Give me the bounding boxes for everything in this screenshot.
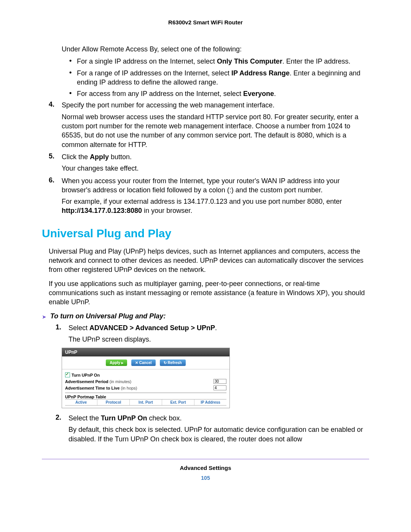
bullet-dot-icon: • [69, 69, 77, 87]
bold-text: Turn UPnP On [101, 414, 147, 422]
text: Click the [62, 153, 90, 161]
text: For example, if your external address is… [62, 198, 342, 205]
step-number: 1. [56, 323, 68, 332]
portmap-table-header: Active Protocol Int. Port Ext. Port IP A… [65, 399, 226, 406]
text: . [215, 324, 217, 332]
step-number: 4. [49, 101, 62, 110]
turn-upnp-on-row: Turn UPnP On [65, 372, 226, 378]
numbered-step: 1. Select ADVANCED > Advanced Setup > UP… [49, 323, 369, 332]
checkbox-label: Turn UPnP On [72, 373, 100, 377]
step-text: Specify the port number for accessing th… [62, 101, 369, 110]
bold-text: Everyone [243, 90, 274, 97]
arrow-icon: ➤ [42, 314, 46, 320]
step-number: 2. [56, 414, 68, 423]
text: Select [68, 324, 89, 332]
adv-period-row: Advertisement Period (in minutes) 30 [65, 378, 226, 385]
apply-button[interactable]: Apply ▸ [106, 359, 127, 366]
text: For a single IP address on the Internet,… [77, 58, 217, 65]
col-active: Active [65, 399, 97, 405]
step-paragraph: For example, if your external address is… [62, 197, 369, 216]
panel-title: UPnP [62, 348, 229, 356]
numbered-step: 4. Specify the port number for accessing… [42, 101, 369, 110]
bold-text: ADVANCED > Advanced Setup > UPnP [89, 324, 215, 332]
bold-text: Apply [90, 153, 109, 161]
text: . Enter the IP address. [282, 58, 350, 65]
text: . [274, 90, 276, 97]
step-paragraph: Normal web browser access uses the stand… [62, 112, 369, 149]
text: Select the [68, 414, 101, 422]
text: in your browser. [142, 207, 192, 214]
bullet-item: • For access from any IP address on the … [69, 89, 369, 98]
bold-text: http://134.177.0.123:8080 [62, 207, 142, 214]
text: For access from any IP address on the In… [77, 90, 243, 97]
step-paragraph: By default, this check box is selected. … [68, 425, 369, 444]
section-paragraph: If you use applications such as multipla… [49, 279, 369, 307]
step-paragraph: The UPnP screen displays. [68, 335, 369, 344]
bold-text: Only This Computer [217, 58, 282, 65]
step-number: 5. [49, 152, 62, 161]
section-paragraph: Universal Plug and Play (UPnP) helps dev… [49, 247, 369, 275]
col-protocol: Protocol [97, 399, 130, 405]
portmap-table-label: UPnP Portmap Table [65, 393, 226, 399]
section-heading: Universal Plug and Play [42, 227, 369, 240]
refresh-button[interactable]: ↻ Refresh [160, 359, 186, 366]
page-number: 105 [42, 475, 369, 481]
col-int-port: Int. Port [130, 399, 162, 405]
text: button. [109, 153, 132, 161]
field-unit: (in hops) [121, 386, 137, 390]
intro-text: Under Allow Remote Access By, select one… [62, 45, 369, 54]
button-row: Apply ▸ ✕ Cancel ↻ Refresh [62, 356, 229, 369]
field-unit: (in minutes) [110, 379, 131, 384]
numbered-step: 5. Click the Apply button. [42, 152, 369, 161]
col-ext-port: Ext. Port [162, 399, 194, 405]
numbered-step: 2. Select the Turn UPnP On check box. [49, 414, 369, 423]
step-text: When you access your router from the Int… [62, 176, 369, 195]
turn-upnp-on-checkbox[interactable] [65, 372, 70, 377]
upnp-screenshot: UPnP Apply ▸ ✕ Cancel ↻ Refresh Turn UPn… [62, 348, 230, 408]
text: For a range of IP addresses on the Inter… [77, 69, 231, 77]
document-page: R6300v2 Smart WiFi Router Under Allow Re… [0, 0, 411, 532]
step-paragraph: Your changes take effect. [62, 164, 369, 173]
text: check box. [147, 414, 182, 422]
step-number: 6. [49, 176, 62, 195]
bullet-item: • For a range of IP addresses on the Int… [69, 69, 369, 87]
ttl-input[interactable]: 4 [213, 385, 226, 390]
cancel-button[interactable]: ✕ Cancel [131, 359, 156, 366]
page-footer: Advanced Settings 105 [42, 459, 369, 481]
field-label: Advertisement Time to Live [65, 386, 119, 390]
adv-period-input[interactable]: 30 [213, 379, 226, 384]
numbered-step: 6. When you access your router from the … [42, 176, 369, 195]
document-header-title: R6300v2 Smart WiFi Router [42, 19, 369, 26]
bullet-item: • For a single IP address on the Interne… [69, 57, 369, 66]
field-label: Advertisement Period [65, 379, 108, 384]
ttl-row: Advertisement Time to Live (in hops) 4 [65, 385, 226, 391]
col-ip-address: IP Address [194, 399, 226, 405]
footer-section: Advanced Settings [42, 465, 369, 471]
bullet-dot-icon: • [69, 57, 77, 66]
procedure-heading: ➤ To turn on Universal Plug and Play: [42, 312, 369, 320]
procedure-title: To turn on Universal Plug and Play: [50, 312, 166, 320]
bullet-dot-icon: • [69, 89, 77, 98]
bold-text: IP Address Range [231, 69, 290, 77]
